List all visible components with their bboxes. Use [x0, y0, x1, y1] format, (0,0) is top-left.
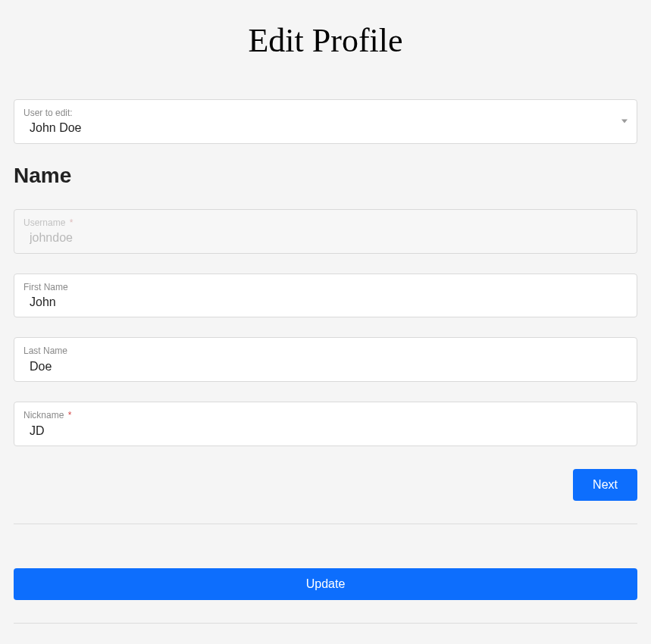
username-label: Username * [23, 217, 628, 228]
nickname-label: Nickname * [23, 410, 628, 420]
nickname-field[interactable]: Nickname * [14, 402, 637, 446]
username-input [23, 230, 628, 246]
update-button[interactable]: Update [14, 568, 637, 600]
first-name-label: First Name [23, 282, 628, 292]
page-title: Edit Profile [14, 21, 637, 60]
divider [14, 524, 637, 524]
first-name-input[interactable] [23, 294, 628, 311]
user-select-value: John Doe [23, 120, 628, 136]
user-select[interactable]: User to edit: John Doe [14, 99, 637, 144]
next-button[interactable]: Next [573, 469, 637, 501]
user-select-label: User to edit: [23, 108, 628, 118]
nickname-label-text: Nickname [23, 410, 64, 420]
nickname-input[interactable] [23, 423, 628, 439]
required-indicator: * [68, 410, 72, 420]
last-name-label: Last Name [23, 345, 628, 356]
username-label-text: Username [23, 217, 65, 228]
section-name-heading: Name [14, 164, 637, 188]
step-actions: Next [14, 469, 637, 501]
divider [14, 623, 637, 624]
first-name-field[interactable]: First Name [14, 274, 637, 318]
username-field: Username * [14, 209, 637, 254]
last-name-field[interactable]: Last Name [14, 337, 637, 382]
required-indicator: * [70, 217, 74, 228]
last-name-input[interactable] [23, 358, 628, 375]
